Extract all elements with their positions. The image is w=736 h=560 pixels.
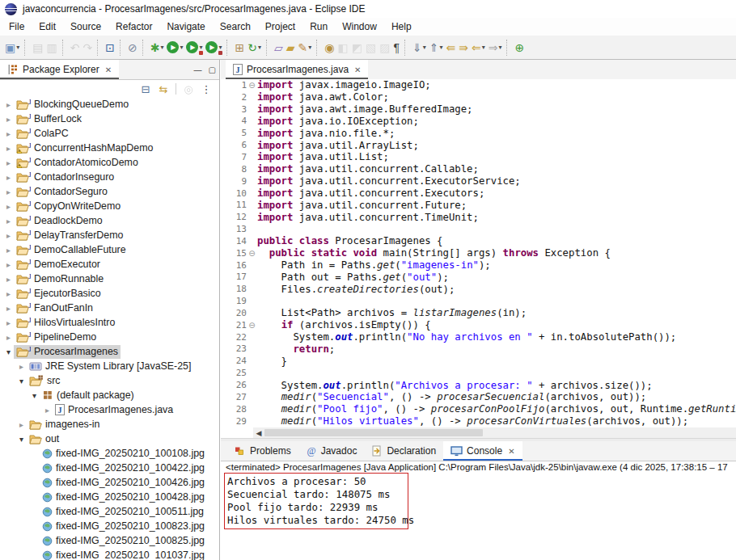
dropdown-arrow-icon[interactable]: ▾ [199,44,202,51]
chevron-right-icon[interactable]: ▸ [3,304,14,313]
tree-item[interactable]: ▸JContadorInseguro [0,170,219,184]
pin-editor-icon[interactable]: ⊕ [513,38,526,57]
tree-item[interactable]: ▸JRE System Library [JavaSE-25] [0,359,219,373]
tree-item[interactable]: ▸JBufferLock [0,112,219,126]
code-line[interactable]: 4import java.io.IOException; [221,116,736,128]
dropdown-arrow-icon[interactable]: ▾ [218,44,222,51]
chevron-right-icon[interactable]: ▸ [3,246,14,255]
tab-editor-procesarimagenes[interactable]: J ProcesarImagenes.java ✕ [226,60,368,79]
line-number[interactable]: 28 [221,404,247,415]
tree-item[interactable]: fixed-IMG_20250210_100426.jpg [0,475,219,490]
menu-item-search[interactable]: Search [213,19,258,35]
menu-item-project[interactable]: Project [258,19,302,35]
code-line[interactable]: 3import java.awt.image.BufferedImage; [221,103,736,116]
chevron-right-icon[interactable]: ▸ [3,217,14,225]
tab-console[interactable]: Console✕ [443,441,522,461]
chevron-right-icon[interactable]: ▸ [16,420,27,429]
code-line[interactable]: 12import java.util.concurrent.TimeUnit; [221,211,736,223]
line-number[interactable]: 8 [221,164,247,175]
menu-item-help[interactable]: Help [384,19,419,35]
line-number[interactable]: 16 [221,260,247,271]
close-icon[interactable]: ✕ [105,65,112,74]
line-number[interactable]: 7 [221,152,247,162]
tree-item[interactable]: fixed-IMG_20250210_100823.jpg [0,519,219,533]
tree-item[interactable]: fixed-IMG_20250210_100825.jpg [0,533,219,548]
code-line[interactable]: 7import java.util.List; [221,151,736,163]
last-edit-location-icon[interactable]: ⇚ [444,38,457,57]
tree-item[interactable]: fixed-IMG_20250210_100428.jpg [0,490,219,504]
code-line[interactable]: 25 [221,367,736,379]
console-content[interactable]: <terminated> ProcesarImagenes [Java Appl… [221,461,736,560]
chevron-right-icon[interactable]: ▸ [3,318,14,327]
tree-item[interactable]: ▸JDemoRunnable [0,272,219,286]
close-icon[interactable]: ✕ [508,447,514,456]
line-number[interactable]: 14 [221,236,247,246]
code-line[interactable]: 19 [221,295,736,307]
previous-annotation-icon[interactable]: ⇑▾ [428,38,445,57]
save-icon[interactable]: ▤ [31,38,44,57]
tab-declaration[interactable]: Declaration [364,441,443,461]
line-number[interactable]: 18 [221,284,247,294]
fold-marker-icon[interactable]: ⊖ [247,249,257,258]
open-console-icon[interactable]: ⊡ [104,38,116,57]
menu-item-run[interactable]: Run [302,19,335,35]
chevron-right-icon[interactable]: ▸ [42,406,53,415]
debug-icon[interactable]: ✱▾ [149,38,166,57]
code-line[interactable]: 23 return; [221,343,736,356]
line-number[interactable]: 12 [221,212,247,222]
import-folder-icon[interactable]: ▱ [273,38,285,57]
code-line[interactable]: 14public class ProcesarImagenes { [221,235,736,247]
tree-item[interactable]: ▾src [0,373,219,388]
line-number[interactable]: 1 [221,80,247,91]
tree-item[interactable]: ▸JContadorSeguro [0,184,219,199]
tree-item[interactable]: fixed-IMG_20250210_100511.jpg [0,504,219,519]
dropdown-arrow-icon[interactable]: ▾ [439,44,442,51]
code-line[interactable]: 27 medir("Secuencial", () -> procesarSec… [221,391,736,403]
dropdown-arrow-icon[interactable]: ▾ [498,44,501,51]
code-line[interactable]: 26 System.out.println("Archivos a proces… [221,379,736,391]
show-whitespace-icon[interactable]: ¶ [391,38,401,57]
new-wizard-icon[interactable]: ▣▾ [3,38,21,57]
code-line[interactable]: 5import java.nio.file.*; [221,127,736,139]
code-line[interactable]: 20 List<Path> archivos = listarImagenes(… [221,307,736,319]
chevron-right-icon[interactable]: ▸ [3,115,14,124]
menu-item-window[interactable]: Window [335,19,384,35]
line-number[interactable]: 21 [221,320,247,331]
coverage-icon[interactable]: ▶▾ [184,38,204,57]
format-icon[interactable]: ◩ [350,38,364,57]
collapse-all-icon[interactable]: ⊟ [137,81,154,97]
code-line[interactable]: 16 Path in = Paths.get("imagenes-in"); [221,259,736,272]
menu-item-refactor[interactable]: Refactor [108,19,159,35]
line-number[interactable]: 10 [221,188,247,199]
chevron-right-icon[interactable]: ▸ [3,173,14,182]
link-with-editor-icon[interactable]: ⇆ [155,81,171,97]
tree-item[interactable]: ▸JProcesarImagenes.java [0,402,219,417]
tree-item[interactable]: ▸JDelayTransferDemo [0,228,219,242]
annotate-pen-icon[interactable]: ✎▾ [297,38,314,57]
tree-item[interactable]: ▾out [0,432,219,446]
scroll-left-arrow-icon[interactable]: ◀ [253,429,264,437]
line-number[interactable]: 17 [221,272,247,282]
dropdown-arrow-icon[interactable]: ▾ [160,44,163,51]
dropdown-arrow-icon[interactable]: ▾ [258,44,261,51]
line-number[interactable]: 20 [221,308,247,318]
next-edit-location-icon[interactable]: ⇛ [457,38,470,57]
line-number[interactable]: 2 [221,92,247,103]
line-number[interactable]: 23 [221,343,247,354]
code-line[interactable]: 11import java.util.concurrent.Future; [221,199,736,211]
redo-icon[interactable]: ↷ [81,38,94,57]
menu-item-file[interactable]: File [2,19,32,35]
line-number[interactable]: 22 [221,332,247,343]
export-folder-icon[interactable]: ▰ [285,38,297,57]
code-line[interactable]: 1⊖import javax.imageio.ImageIO; [221,79,736,91]
chevron-right-icon[interactable]: ▸ [3,100,14,109]
run-icon[interactable]: ▶▾ [165,38,184,57]
code-line[interactable]: 15⊖ public static void main(String[] arg… [221,247,736,259]
tab-problems[interactable]: Problems [227,441,298,461]
tree-item[interactable]: fixed-IMG_20250210_100422.jpg [0,461,219,475]
maximize-icon[interactable]: ▢ [209,65,216,74]
tree-item[interactable]: ▸JColaPC [0,126,219,141]
dropdown-arrow-icon[interactable]: ▾ [482,44,485,51]
chevron-right-icon[interactable]: ▸ [3,333,14,342]
code-line[interactable]: 29 medir("Hilos virtuales", () -> proces… [221,415,736,427]
